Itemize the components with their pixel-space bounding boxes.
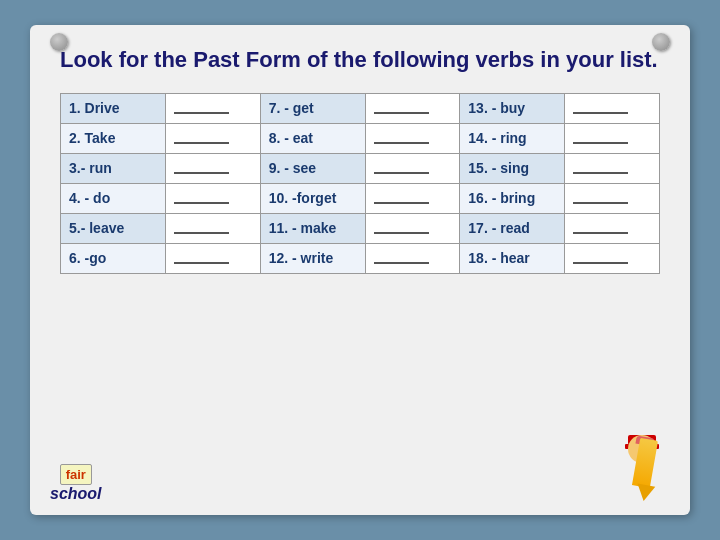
answer-cell[interactable] <box>166 93 261 123</box>
table-row: 3.- run9. - see15. - sing <box>61 153 660 183</box>
table-row: 5.- leave11. - make17. - read <box>61 213 660 243</box>
answer-underline <box>573 130 628 144</box>
page-title: Look for the Past Form of the following … <box>60 45 660 75</box>
answer-cell[interactable] <box>365 123 460 153</box>
answer-underline <box>374 130 429 144</box>
answer-underline <box>374 250 429 264</box>
answer-underline <box>374 100 429 114</box>
answer-underline <box>573 190 628 204</box>
pencil-tip <box>635 484 656 503</box>
answer-underline <box>174 220 229 234</box>
answer-underline <box>573 250 628 264</box>
answer-cell[interactable] <box>565 123 660 153</box>
answer-underline <box>573 100 628 114</box>
logo: fair school <box>50 464 102 503</box>
verb-cell: 6. -go <box>61 243 166 273</box>
answer-cell[interactable] <box>166 243 261 273</box>
answer-underline <box>174 190 229 204</box>
answer-cell[interactable] <box>166 213 261 243</box>
verb-cell: 17. - read <box>460 213 565 243</box>
verbs-table: 1. Drive7. - get13. - buy2. Take8. - eat… <box>60 93 660 274</box>
verb-cell: 3.- run <box>61 153 166 183</box>
verb-cell: 4. - do <box>61 183 166 213</box>
answer-cell[interactable] <box>166 123 261 153</box>
answer-underline <box>573 160 628 174</box>
answer-underline <box>374 160 429 174</box>
table-row: 6. -go12. - write18. - hear <box>61 243 660 273</box>
answer-underline <box>374 220 429 234</box>
answer-cell[interactable] <box>166 153 261 183</box>
verb-cell: 9. - see <box>260 153 365 183</box>
verb-cell: 15. - sing <box>460 153 565 183</box>
answer-cell[interactable] <box>365 213 460 243</box>
answer-cell[interactable] <box>565 213 660 243</box>
answer-cell[interactable] <box>365 183 460 213</box>
answer-cell[interactable] <box>365 243 460 273</box>
answer-underline <box>573 220 628 234</box>
answer-cell[interactable] <box>565 153 660 183</box>
verb-cell: 8. - eat <box>260 123 365 153</box>
verb-cell: 14. - ring <box>460 123 565 153</box>
answer-cell[interactable] <box>565 243 660 273</box>
logo-fair: fair <box>60 464 92 485</box>
slide: Look for the Past Form of the following … <box>30 25 690 515</box>
answer-cell[interactable] <box>565 93 660 123</box>
verb-cell: 7. - get <box>260 93 365 123</box>
verb-cell: 1. Drive <box>61 93 166 123</box>
answer-cell[interactable] <box>365 93 460 123</box>
table-row: 2. Take8. - eat14. - ring <box>61 123 660 153</box>
table-row: 4. - do10. -forget16. - bring <box>61 183 660 213</box>
verb-cell: 2. Take <box>61 123 166 153</box>
verb-cell: 13. - buy <box>460 93 565 123</box>
pencil-character <box>620 435 670 505</box>
answer-underline <box>174 160 229 174</box>
verb-cell: 10. -forget <box>260 183 365 213</box>
answer-cell[interactable] <box>565 183 660 213</box>
verb-cell: 18. - hear <box>460 243 565 273</box>
logo-school: school <box>50 485 102 503</box>
answer-cell[interactable] <box>365 153 460 183</box>
answer-cell[interactable] <box>166 183 261 213</box>
answer-underline <box>174 100 229 114</box>
verb-cell: 16. - bring <box>460 183 565 213</box>
tack-top-left <box>50 33 68 51</box>
answer-underline <box>174 250 229 264</box>
tack-top-right <box>652 33 670 51</box>
table-row: 1. Drive7. - get13. - buy <box>61 93 660 123</box>
answer-underline <box>174 130 229 144</box>
verb-cell: 5.- leave <box>61 213 166 243</box>
verb-cell: 11. - make <box>260 213 365 243</box>
answer-underline <box>374 190 429 204</box>
verb-cell: 12. - write <box>260 243 365 273</box>
